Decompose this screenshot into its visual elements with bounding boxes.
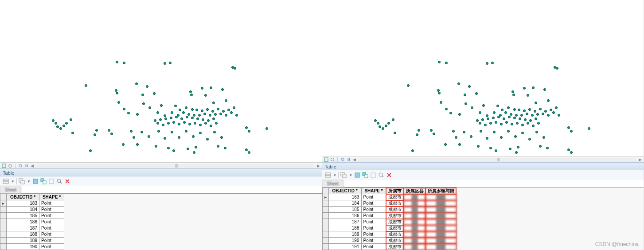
dropdown-icon[interactable]: ▼: [348, 173, 352, 177]
map-point[interactable]: [444, 143, 447, 146]
map-point[interactable]: [167, 147, 170, 149]
map-point[interactable]: [477, 145, 480, 148]
row-selector[interactable]: [0, 231, 7, 238]
map-point[interactable]: [191, 117, 194, 119]
map-point[interactable]: [534, 110, 536, 113]
map-point[interactable]: [507, 130, 510, 133]
map-point[interactable]: [556, 67, 558, 70]
map-point[interactable]: [164, 114, 166, 117]
row-selector[interactable]: [322, 231, 328, 238]
map-point[interactable]: [156, 122, 159, 125]
map-point[interactable]: [211, 110, 214, 113]
map-point[interactable]: [438, 61, 441, 63]
map-point[interactable]: [492, 117, 495, 119]
map-point[interactable]: [217, 145, 219, 148]
map-point[interactable]: [475, 92, 478, 95]
map-point[interactable]: [245, 126, 248, 129]
map-point[interactable]: [116, 92, 118, 94]
row-selector[interactable]: [0, 219, 7, 225]
map-point[interactable]: [225, 99, 227, 102]
map-point[interactable]: [481, 118, 484, 121]
map-point[interactable]: [535, 102, 537, 104]
map-point[interactable]: [171, 131, 173, 133]
map-point[interactable]: [127, 112, 130, 114]
map-point[interactable]: [235, 114, 238, 117]
map-point[interactable]: [157, 130, 160, 133]
map-point[interactable]: [552, 111, 555, 114]
map-point[interactable]: [185, 106, 187, 109]
map-point[interactable]: [220, 136, 223, 139]
full-extent-icon[interactable]: [2, 164, 6, 168]
map-point[interactable]: [555, 106, 558, 109]
map-point[interactable]: [514, 135, 517, 138]
horizontal-scrollbar[interactable]: [359, 158, 636, 161]
map-point[interactable]: [190, 94, 193, 96]
map-point[interactable]: [94, 133, 96, 136]
map-point[interactable]: [505, 121, 508, 124]
row-selector[interactable]: [0, 213, 7, 219]
map-point[interactable]: [209, 114, 211, 117]
map-point[interactable]: [133, 136, 135, 139]
map-point[interactable]: [182, 111, 185, 114]
map-point[interactable]: [108, 129, 110, 132]
map-point[interactable]: [201, 87, 203, 90]
table-tab-right[interactable]: Sheet: [322, 180, 343, 187]
map-point[interactable]: [198, 114, 201, 117]
col-district[interactable]: 所属区县: [404, 188, 425, 194]
col-city[interactable]: 所属市: [386, 188, 404, 194]
map-point[interactable]: [480, 130, 482, 133]
map-point[interactable]: [206, 138, 209, 141]
map-point[interactable]: [521, 124, 524, 126]
table-row[interactable]: ▸183Point: [0, 200, 64, 207]
map-point[interactable]: [213, 131, 216, 133]
attribute-table-right[interactable]: OBJECTID * SHAPE * 所属市 所属区县 所属乡镇与街 ▸183P…: [322, 188, 457, 250]
map-point[interactable]: [141, 94, 144, 96]
map-point[interactable]: [185, 130, 187, 133]
map-point[interactable]: [153, 92, 156, 95]
table-tab-left[interactable]: Sheet: [0, 186, 21, 193]
map-point[interactable]: [445, 108, 448, 110]
map-point[interactable]: [169, 62, 172, 64]
map-point[interactable]: [510, 113, 512, 116]
zoom-selected-icon[interactable]: [378, 172, 384, 178]
map-point[interactable]: [588, 127, 590, 130]
col-shape[interactable]: SHAPE *: [361, 188, 386, 194]
select-by-attributes-icon[interactable]: [32, 178, 39, 184]
map-point[interactable]: [531, 114, 534, 117]
map-point[interactable]: [204, 94, 207, 97]
map-point[interactable]: [539, 145, 542, 148]
map-point[interactable]: [135, 82, 138, 85]
map-point[interactable]: [486, 62, 488, 65]
map-point[interactable]: [394, 132, 396, 134]
map-point[interactable]: [170, 117, 172, 119]
map-point[interactable]: [222, 110, 225, 113]
row-selector[interactable]: [0, 238, 7, 244]
map-point[interactable]: [230, 111, 233, 114]
select-by-attributes-icon[interactable]: [354, 172, 360, 178]
map-point[interactable]: [206, 108, 209, 111]
col-objectid[interactable]: OBJECTID *: [7, 194, 39, 200]
map-point[interactable]: [215, 122, 218, 125]
table-row[interactable]: 184Point成都市█████: [322, 200, 456, 207]
map-point[interactable]: [511, 123, 513, 125]
map-view-right[interactable]: [322, 0, 644, 156]
row-selector[interactable]: [322, 219, 328, 225]
map-point[interactable]: [452, 130, 455, 133]
map-point[interactable]: [56, 125, 59, 128]
map-point[interactable]: [193, 151, 195, 154]
map-point[interactable]: [374, 119, 377, 122]
map-point[interactable]: [528, 138, 531, 141]
map-point[interactable]: [248, 151, 250, 154]
map-point[interactable]: [172, 121, 175, 124]
map-point[interactable]: [123, 62, 125, 64]
map-point[interactable]: [539, 108, 542, 110]
map-point[interactable]: [468, 85, 471, 88]
row-selector[interactable]: ▸: [0, 200, 7, 207]
map-point[interactable]: [524, 118, 527, 121]
row-selector[interactable]: [322, 238, 328, 244]
map-point[interactable]: [201, 109, 203, 112]
map-point[interactable]: [187, 148, 189, 150]
map-point[interactable]: [464, 102, 467, 105]
map-point[interactable]: [547, 114, 550, 117]
map-point[interactable]: [175, 116, 178, 118]
